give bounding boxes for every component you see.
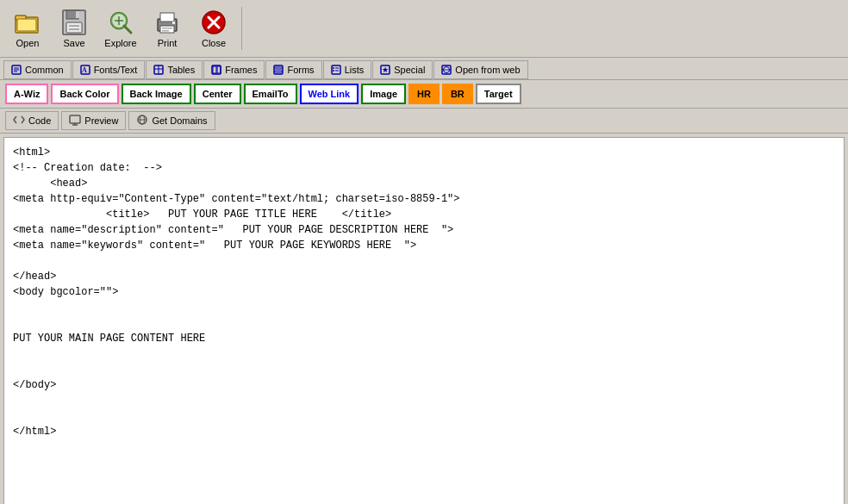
svg-rect-18 xyxy=(162,30,169,32)
save-label: Save xyxy=(63,38,84,48)
image-button[interactable]: Image xyxy=(361,84,406,104)
preview-icon xyxy=(69,114,81,128)
svg-point-39 xyxy=(333,67,334,69)
print-icon xyxy=(153,9,181,36)
print-button[interactable]: Print xyxy=(145,3,190,53)
tab-forms-label: Forms xyxy=(287,65,314,75)
preview-button[interactable]: Preview xyxy=(61,111,126,130)
explore-icon xyxy=(107,9,134,36)
tab-tables[interactable]: Tables xyxy=(146,60,203,79)
get-domains-label: Get Domains xyxy=(152,115,207,126)
main-toolbar: Open Save Explore xyxy=(0,0,848,58)
tab-frames-icon xyxy=(211,65,221,75)
open-label: Open xyxy=(16,38,40,48)
open-icon xyxy=(14,9,41,36)
svg-rect-17 xyxy=(162,28,172,29)
tab-web-icon xyxy=(441,65,452,75)
svg-rect-36 xyxy=(275,67,282,69)
svg-rect-16 xyxy=(160,26,174,33)
hr-button[interactable]: HR xyxy=(408,84,440,104)
tab-open-from-web[interactable]: Open from web xyxy=(433,60,527,79)
tab-common-icon xyxy=(11,65,22,75)
svg-rect-33 xyxy=(213,66,216,73)
tab-special-icon: ★ xyxy=(380,65,390,75)
back-color-button[interactable]: Back Color xyxy=(51,84,118,104)
web-link-button[interactable]: Web Link xyxy=(300,84,359,104)
tab-frames-label: Frames xyxy=(225,65,257,75)
secondary-toolbar: A-Wiz Back Color Back Image Center Email… xyxy=(0,80,848,109)
tab-special-label: Special xyxy=(394,65,425,75)
tab-common-label: Common xyxy=(25,65,64,75)
bottom-toolbar: Code Preview Get Domains xyxy=(0,109,848,134)
close-button[interactable]: Close xyxy=(191,3,236,53)
code-label: Code xyxy=(28,115,51,126)
get-domains-icon xyxy=(136,114,148,128)
svg-rect-48 xyxy=(70,115,80,123)
svg-text:A: A xyxy=(82,66,87,74)
svg-rect-8 xyxy=(69,28,79,30)
code-button[interactable]: Code xyxy=(5,111,59,130)
svg-rect-7 xyxy=(69,25,79,27)
tab-forms-icon xyxy=(273,65,284,75)
svg-rect-6 xyxy=(76,11,79,18)
back-image-button[interactable]: Back Image xyxy=(122,84,191,104)
get-domains-button[interactable]: Get Domains xyxy=(128,111,215,130)
code-icon xyxy=(13,114,25,128)
toolbar-separator xyxy=(241,7,242,50)
close-label: Close xyxy=(202,38,226,48)
center-button[interactable]: Center xyxy=(194,84,241,104)
tab-fonts-text[interactable]: A Fonts/Text xyxy=(72,60,146,79)
tab-fonts-icon: A xyxy=(80,65,90,75)
target-button[interactable]: Target xyxy=(476,84,521,104)
open-button[interactable]: Open xyxy=(5,3,50,53)
svg-rect-5 xyxy=(66,22,82,33)
save-button[interactable]: Save xyxy=(52,3,97,53)
tab-tables-label: Tables xyxy=(167,65,195,75)
code-editor[interactable]: <html> <!-- Creation date: --> <head> <m… xyxy=(3,137,845,504)
svg-rect-15 xyxy=(160,13,174,22)
save-icon xyxy=(60,9,88,36)
tab-web-label: Open from web xyxy=(455,65,520,75)
tab-lists-label: Lists xyxy=(345,65,365,75)
email-to-button[interactable]: EmailTo xyxy=(244,84,297,104)
a-wiz-button[interactable]: A-Wiz xyxy=(5,84,48,104)
preview-label: Preview xyxy=(84,115,118,126)
svg-rect-19 xyxy=(172,22,175,24)
close-icon xyxy=(200,9,228,36)
explore-button[interactable]: Explore xyxy=(98,3,143,53)
tab-tables-icon xyxy=(153,65,164,75)
tab-fonts-label: Fonts/Text xyxy=(94,65,138,75)
tab-lists[interactable]: Lists xyxy=(323,60,372,79)
svg-rect-38 xyxy=(332,65,340,74)
svg-point-41 xyxy=(333,70,334,72)
br-button[interactable]: BR xyxy=(442,84,473,104)
svg-rect-2 xyxy=(17,19,36,31)
tab-special[interactable]: ★ Special xyxy=(372,60,433,79)
svg-rect-37 xyxy=(275,71,282,72)
print-label: Print xyxy=(158,38,178,48)
tab-frames[interactable]: Frames xyxy=(203,60,265,79)
tab-lists-icon xyxy=(331,65,341,75)
svg-line-11 xyxy=(124,26,131,33)
svg-text:★: ★ xyxy=(382,65,389,74)
tabs-row: Common A Fonts/Text Tables Frames Forms … xyxy=(0,58,848,80)
explore-label: Explore xyxy=(104,38,136,48)
tab-common[interactable]: Common xyxy=(3,60,72,79)
tab-forms[interactable]: Forms xyxy=(265,60,321,79)
